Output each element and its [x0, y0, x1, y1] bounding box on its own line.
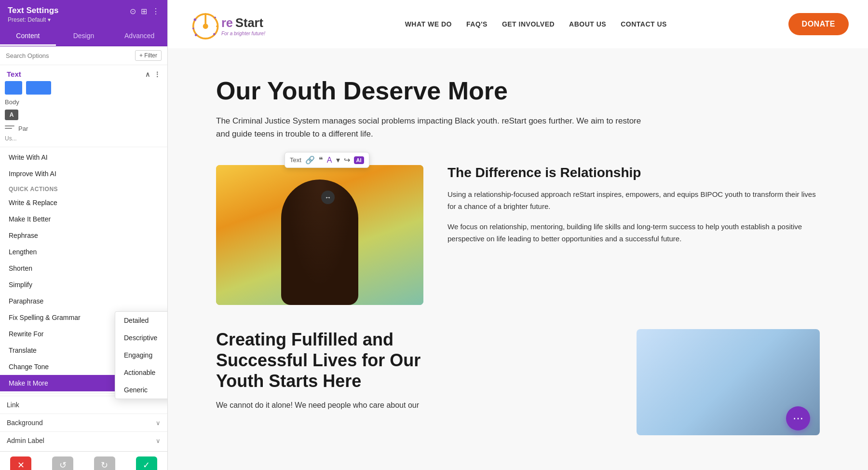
svg-point-5	[214, 17, 216, 19]
search-input[interactable]	[6, 52, 131, 59]
truncated-text: Us...	[0, 134, 167, 145]
body-items: A	[0, 108, 167, 123]
nav-about-us[interactable]: ABOUT US	[569, 20, 606, 28]
hero-section: Our Youth Deserve More The Criminal Just…	[216, 77, 820, 141]
nav-contact-us[interactable]: CONTACT US	[621, 20, 667, 28]
font-dropdown-icon[interactable]: ▾	[336, 155, 340, 165]
svg-text:Start: Start	[235, 16, 263, 29]
write-replace-item[interactable]: Write & Replace	[0, 194, 167, 211]
make-it-more-submenu: Detailed Descriptive Engaging Actionable…	[115, 311, 167, 399]
hero-title: Our Youth Deserve More	[216, 77, 820, 105]
nav-what-we-do[interactable]: WHAT WE DO	[405, 20, 452, 28]
logo-svg: re Start For a brighter future!	[187, 4, 284, 44]
submenu-engaging[interactable]: Engaging	[115, 346, 167, 364]
resize-handle[interactable]: ↔	[321, 191, 335, 204]
redo-button[interactable]: ↻	[94, 456, 115, 470]
second-section: Creating Fulfilled and Successful Lives …	[216, 329, 820, 435]
tab-design[interactable]: Design	[56, 27, 112, 46]
improve-with-ai-item[interactable]: Improve With AI	[0, 166, 167, 182]
panel-header-icons: ⊙ ⊞ ⋮	[130, 7, 160, 16]
bottom-bar: ✕ ↺ ↻ ✓	[0, 451, 167, 470]
svg-point-2	[194, 18, 196, 21]
body-section-label: Body	[0, 97, 167, 108]
section1-title: The Difference is Relationship	[448, 165, 820, 180]
panel-title: Text Settings	[8, 6, 58, 15]
collapse-icon[interactable]: ∧	[145, 70, 150, 78]
logo-area: re Start For a brighter future!	[187, 4, 284, 44]
section2-title: Creating Fulfilled and Successful Lives …	[216, 329, 457, 392]
submenu-detailed[interactable]: Detailed	[115, 312, 167, 329]
more-icon[interactable]: ⋮	[152, 7, 160, 16]
panel-header: Text Settings Preset: Default ▾ ⊙ ⊞ ⋮	[0, 0, 167, 27]
paraphrase-item[interactable]: Paraphrase	[0, 293, 167, 309]
top-nav: re Start For a brighter future! WHAT WE …	[168, 0, 868, 48]
admin-label-text: Admin Label	[7, 437, 44, 444]
submenu-descriptive[interactable]: Descriptive	[115, 329, 167, 346]
more-section-icon[interactable]: ⋮	[154, 70, 161, 78]
panel-header-info: Text Settings Preset: Default ▾	[8, 6, 58, 23]
admin-label-section[interactable]: Admin Label ∨	[0, 431, 167, 449]
divider-1	[0, 147, 167, 147]
ai-badge[interactable]: AI	[354, 156, 364, 164]
admin-label-chevron-icon: ∨	[156, 437, 161, 444]
toolbar-text-label: Text	[290, 156, 301, 164]
background-label: Background	[7, 419, 43, 427]
tab-content[interactable]: Content	[0, 27, 56, 46]
text-block-blue[interactable]	[5, 81, 22, 95]
lengthen-item[interactable]: Lengthen	[0, 244, 167, 260]
background-section[interactable]: Background ∨	[0, 414, 167, 431]
svg-point-6	[216, 26, 218, 28]
hero-text: The Criminal Justice System manages soci…	[216, 114, 650, 140]
rephrase-item[interactable]: Rephrase	[0, 227, 167, 244]
text-block-rect[interactable]	[26, 81, 51, 95]
nav-links: WHAT WE DO FAQ'S GET INVOLVED ABOUT US C…	[405, 20, 667, 28]
text-section-header: Text ∧ ⋮	[0, 65, 167, 81]
rotate-icon[interactable]: ↪	[344, 155, 350, 165]
font-color-icon[interactable]: A	[327, 156, 332, 165]
nav-get-involved[interactable]: GET INVOLVED	[502, 20, 555, 28]
section2-text-block: Creating Fulfilled and Successful Lives …	[216, 329, 457, 412]
person-silhouette	[216, 165, 423, 305]
quote-icon[interactable]: ❝	[319, 155, 323, 165]
left-panel: Text Settings Preset: Default ▾ ⊙ ⊞ ⋮ Co…	[0, 0, 168, 470]
panel-preset[interactable]: Preset: Default ▾	[8, 16, 58, 23]
submenu-generic[interactable]: Generic	[115, 381, 167, 399]
cancel-button[interactable]: ✕	[10, 456, 31, 470]
section1-text1: Using a relationship-focused approach re…	[448, 188, 820, 213]
quick-actions-label: Quick Actions	[0, 182, 167, 194]
panel-content-section: Text ∧ ⋮ Body A Par Us...	[0, 65, 167, 451]
panel-search-bar: + Filter	[0, 46, 167, 65]
text-section-label: Text	[7, 70, 21, 78]
panel-tabs: Content Design Advanced	[0, 27, 167, 46]
shorten-item[interactable]: Shorten	[0, 260, 167, 276]
target-icon[interactable]: ⊙	[130, 7, 136, 16]
two-col-section: The Difference is Relationship Using a r…	[216, 165, 820, 305]
background-chevron-icon: ∨	[156, 419, 161, 427]
layout-icon[interactable]: ⊞	[141, 7, 147, 16]
svg-text:re: re	[221, 16, 233, 29]
submenu-actionable[interactable]: Actionable	[115, 364, 167, 381]
nav-faqs[interactable]: FAQ'S	[466, 20, 488, 28]
write-with-ai-item[interactable]: Write With AI	[0, 149, 167, 166]
simplify-item[interactable]: Simplify	[0, 276, 167, 293]
link-icon[interactable]: 🔗	[305, 155, 315, 165]
fab-button[interactable]: ⋯	[786, 406, 810, 430]
main-content: re Start For a brighter future! WHAT WE …	[168, 0, 868, 470]
section1-image	[216, 165, 423, 305]
paragraph-icon	[5, 125, 14, 132]
filter-button[interactable]: + Filter	[135, 50, 162, 61]
par-section: Par	[0, 123, 167, 134]
svg-point-3	[192, 28, 194, 29]
svg-point-7	[213, 33, 216, 36]
par-label: Par	[18, 125, 28, 132]
undo-button[interactable]: ↺	[52, 456, 73, 470]
body-item-a[interactable]: A	[5, 110, 18, 120]
link-label: Link	[7, 401, 19, 409]
floating-toolbar: Text 🔗 ❝ A ▾ ↪ AI	[285, 152, 369, 168]
text-blocks-row	[0, 81, 167, 97]
tab-advanced[interactable]: Advanced	[111, 27, 167, 46]
section2-text: We cannot do it alone! We need people wh…	[216, 399, 457, 412]
confirm-button[interactable]: ✓	[136, 456, 157, 470]
donate-button[interactable]: DONATE	[788, 13, 849, 35]
make-it-better-item[interactable]: Make It Better	[0, 211, 167, 227]
